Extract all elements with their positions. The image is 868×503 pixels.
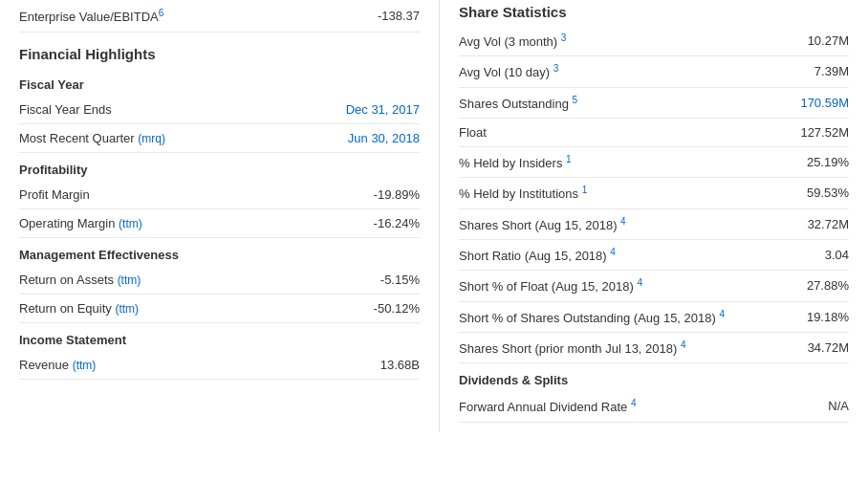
short-pct-float-row: Short % of Float (Aug 15, 2018) 4 27.88% (459, 271, 849, 301)
forward-dividend-sup: 4 (631, 398, 637, 408)
short-ratio-value: 3.04 (825, 248, 849, 262)
held-by-insiders-label: % Held by Insiders 1 (459, 154, 572, 170)
left-panel: Enterprise Value/EBITDA6 -138.37 Financi… (0, 0, 440, 432)
shares-short-aug-label: Shares Short (Aug 15, 2018) 4 (459, 216, 626, 232)
fiscal-year-title: Fiscal Year (19, 68, 420, 96)
fiscal-year-ends-value: Dec 31, 2017 (346, 102, 420, 117)
shares-short-prior-sup: 4 (681, 339, 686, 350)
ttm-tag-1: (ttm) (119, 217, 142, 230)
held-by-insiders-value: 25.19% (807, 155, 849, 169)
operating-margin-row: Operating Margin (ttm) -16.24% (19, 209, 420, 238)
avg-vol-10day-row: Avg Vol (10 day) 3 7.39M (459, 56, 849, 87)
return-on-assets-label: Return on Assets (ttm) (19, 273, 141, 287)
profit-margin-value: -19.89% (374, 187, 420, 202)
float-row: Float 127.52M (459, 119, 849, 147)
return-on-assets-value: -5.15% (380, 273, 420, 287)
short-ratio-row: Short Ratio (Aug 15, 2018) 4 3.04 (459, 240, 849, 271)
most-recent-quarter-value: Jun 30, 2018 (348, 131, 420, 145)
dividends-splits-title: Dividends & Splits (459, 363, 849, 391)
income-statement-title: Income Statement (19, 323, 420, 351)
mrq-tag: (mrq) (138, 132, 165, 145)
held-by-institutions-label: % Held by Institutions 1 (459, 185, 587, 201)
insiders-sup: 1 (566, 154, 572, 164)
most-recent-quarter-row: Most Recent Quarter (mrq) Jun 30, 2018 (19, 124, 420, 153)
ev-ebitda-label: Enterprise Value/EBITDA6 (19, 8, 163, 24)
short-pct-shares-value: 19.18% (807, 310, 849, 324)
shares-short-aug-value: 32.72M (808, 217, 849, 231)
short-pct-float-label: Short % of Float (Aug 15, 2018) 4 (459, 277, 642, 294)
avg-vol-10day-value: 7.39M (814, 64, 849, 78)
forward-dividend-rate-row: Forward Annual Dividend Rate 4 N/A (459, 391, 849, 422)
institutions-sup: 1 (582, 185, 588, 195)
float-label: Float (459, 125, 487, 140)
ttm-tag-2: (ttm) (118, 273, 141, 287)
shares-short-prior-row: Shares Short (prior month Jul 13, 2018) … (459, 333, 849, 363)
ttm-tag-4: (ttm) (73, 359, 97, 372)
avg-vol-3month-sup: 3 (561, 33, 567, 43)
return-on-equity-label: Return on Equity (ttm) (19, 301, 139, 316)
shares-short-prior-value: 34.72M (808, 340, 849, 355)
float-value: 127.52M (800, 125, 849, 140)
operating-margin-label: Operating Margin (ttm) (19, 216, 142, 230)
most-recent-quarter-label: Most Recent Quarter (mrq) (19, 131, 165, 145)
forward-dividend-rate-value: N/A (828, 399, 849, 413)
fiscal-year-ends-row: Fiscal Year Ends Dec 31, 2017 (19, 96, 420, 124)
return-on-assets-row: Return on Assets (ttm) -5.15% (19, 266, 420, 295)
main-container: Enterprise Value/EBITDA6 -138.37 Financi… (0, 0, 868, 432)
profit-margin-row: Profit Margin -19.89% (19, 181, 420, 209)
revenue-row: Revenue (ttm) 13.68B (19, 351, 420, 380)
short-ratio-sup: 4 (610, 247, 616, 257)
shares-short-prior-label: Shares Short (prior month Jul 13, 2018) … (459, 339, 686, 356)
ev-ebitda-row: Enterprise Value/EBITDA6 -138.37 (19, 0, 420, 33)
shares-outstanding-row: Shares Outstanding 5 170.59M (459, 88, 849, 119)
shares-outstanding-label: Shares Outstanding 5 (459, 95, 577, 111)
avg-vol-3month-row: Avg Vol (3 month) 3 10.27M (459, 26, 849, 56)
short-ratio-label: Short Ratio (Aug 15, 2018) 4 (459, 247, 616, 263)
financial-highlights-title: Financial Highlights (19, 33, 420, 68)
held-by-insiders-row: % Held by Insiders 1 25.19% (459, 147, 849, 178)
shares-outstanding-sup: 5 (573, 95, 578, 105)
return-on-equity-value: -50.12% (374, 301, 420, 316)
share-statistics-title: Share Statistics (459, 0, 849, 26)
revenue-value: 13.68B (380, 358, 420, 372)
shares-short-aug-row: Shares Short (Aug 15, 2018) 4 32.72M (459, 209, 849, 240)
held-by-institutions-value: 59.53% (807, 186, 849, 200)
ev-ebitda-sup: 6 (159, 8, 164, 18)
right-panel: Share Statistics Avg Vol (3 month) 3 10.… (440, 0, 868, 432)
forward-dividend-rate-label: Forward Annual Dividend Rate 4 (459, 398, 637, 414)
short-pct-float-value: 27.88% (807, 278, 849, 293)
short-pct-shares-label: Short % of Shares Outstanding (Aug 15, 2… (459, 309, 725, 325)
ttm-tag-3: (ttm) (115, 302, 139, 316)
ev-ebitda-value: -138.37 (378, 9, 420, 23)
avg-vol-3month-label: Avg Vol (3 month) 3 (459, 33, 566, 49)
operating-margin-value: -16.24% (374, 216, 420, 230)
short-pct-float-sup: 4 (637, 277, 642, 288)
avg-vol-10day-label: Avg Vol (10 day) 3 (459, 63, 558, 79)
revenue-label: Revenue (ttm) (19, 358, 96, 372)
ev-ebitda-text: Enterprise Value/EBITDA (19, 10, 159, 24)
shares-outstanding-value: 170.59M (800, 96, 849, 110)
held-by-institutions-row: % Held by Institutions 1 59.53% (459, 178, 849, 208)
profit-margin-label: Profit Margin (19, 187, 90, 202)
management-title: Management Effectiveness (19, 238, 420, 266)
profitability-title: Profitability (19, 153, 420, 181)
shares-short-aug-sup: 4 (620, 216, 626, 227)
avg-vol-3month-value: 10.27M (808, 33, 849, 48)
return-on-equity-row: Return on Equity (ttm) -50.12% (19, 295, 420, 323)
short-pct-shares-sup: 4 (719, 309, 725, 319)
fiscal-year-ends-label: Fiscal Year Ends (19, 102, 112, 117)
short-pct-shares-row: Short % of Shares Outstanding (Aug 15, 2… (459, 302, 849, 333)
avg-vol-10day-sup: 3 (553, 63, 559, 74)
